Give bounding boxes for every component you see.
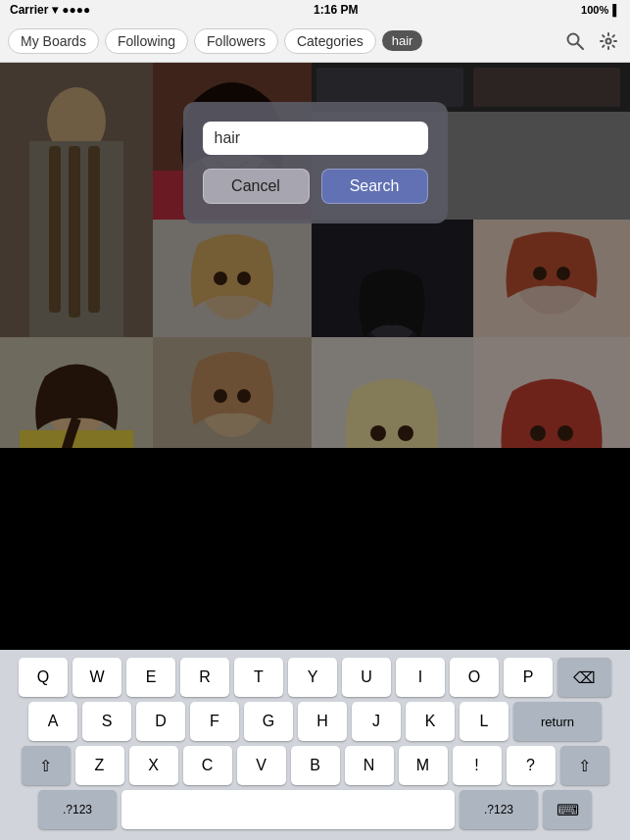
key-x[interactable]: X: [129, 746, 178, 785]
key-g[interactable]: G: [244, 702, 293, 741]
keyboard-row-3: ⇧ Z X C V B N M ! ? ⇧: [4, 746, 626, 785]
key-i[interactable]: I: [396, 658, 445, 697]
key-return[interactable]: return: [513, 702, 602, 741]
search-dialog: Cancel Search: [183, 102, 448, 223]
key-f[interactable]: F: [190, 702, 239, 741]
key-o[interactable]: O: [450, 658, 499, 697]
key-p[interactable]: P: [504, 658, 553, 697]
search-button[interactable]: Search: [321, 169, 428, 204]
key-y[interactable]: Y: [288, 658, 337, 697]
key-a[interactable]: A: [28, 702, 77, 741]
key-z[interactable]: Z: [75, 746, 124, 785]
key-keyboard[interactable]: ⌨: [543, 790, 592, 829]
key-s[interactable]: S: [82, 702, 131, 741]
key-q[interactable]: Q: [19, 658, 68, 697]
svg-line-1: [578, 43, 584, 49]
key-backspace[interactable]: ⌫: [557, 658, 611, 697]
status-battery: 100% ▌: [581, 4, 620, 16]
settings-icon[interactable]: [595, 27, 622, 55]
key-e[interactable]: E: [126, 658, 175, 697]
key-k[interactable]: K: [406, 702, 455, 741]
search-dialog-buttons: Cancel Search: [203, 169, 428, 204]
key-symbol-left[interactable]: .?123: [38, 790, 117, 829]
key-l[interactable]: L: [460, 702, 509, 741]
key-shift-right[interactable]: ⇧: [560, 746, 609, 785]
key-shift[interactable]: ⇧: [22, 746, 71, 785]
key-m[interactable]: M: [399, 746, 448, 785]
key-d[interactable]: D: [136, 702, 185, 741]
search-icon[interactable]: [561, 27, 589, 55]
tab-following[interactable]: Following: [105, 28, 188, 54]
key-space[interactable]: [121, 790, 455, 829]
keyboard-row-4: .?123 .?123 ⌨: [4, 790, 626, 829]
key-h[interactable]: H: [298, 702, 347, 741]
key-v[interactable]: V: [237, 746, 286, 785]
key-n[interactable]: N: [345, 746, 394, 785]
search-overlay: Cancel Search: [0, 63, 630, 448]
search-tag: hair: [382, 30, 423, 51]
key-question[interactable]: ?: [507, 746, 556, 785]
key-c[interactable]: C: [183, 746, 232, 785]
keyboard-row-1: Q W E R T Y U I O P ⌫: [4, 658, 626, 697]
status-bar: Carrier ▾ ●●●● 1:16 PM 100% ▌: [0, 0, 630, 20]
key-exclaim[interactable]: !: [453, 746, 502, 785]
nav-bar: My Boards Following Followers Categories…: [0, 20, 630, 63]
key-symbol-right[interactable]: .?123: [460, 790, 538, 829]
status-carrier: Carrier ▾ ●●●●: [10, 3, 90, 17]
key-r[interactable]: R: [180, 658, 229, 697]
status-time: 1:16 PM: [314, 3, 358, 17]
key-u[interactable]: U: [342, 658, 391, 697]
key-t[interactable]: T: [234, 658, 283, 697]
cancel-button[interactable]: Cancel: [203, 169, 310, 204]
content-area: Cancel Search: [0, 63, 630, 448]
key-j[interactable]: J: [352, 702, 401, 741]
keyboard: Q W E R T Y U I O P ⌫ A S D F G H J K L …: [0, 650, 630, 840]
key-w[interactable]: W: [73, 658, 121, 697]
keyboard-row-2: A S D F G H J K L return: [4, 702, 626, 741]
tab-categories[interactable]: Categories: [284, 28, 376, 54]
search-input[interactable]: [203, 122, 428, 155]
key-b[interactable]: B: [291, 746, 340, 785]
svg-point-2: [606, 38, 611, 43]
tab-followers[interactable]: Followers: [194, 28, 278, 54]
tab-my-boards[interactable]: My Boards: [8, 28, 99, 54]
